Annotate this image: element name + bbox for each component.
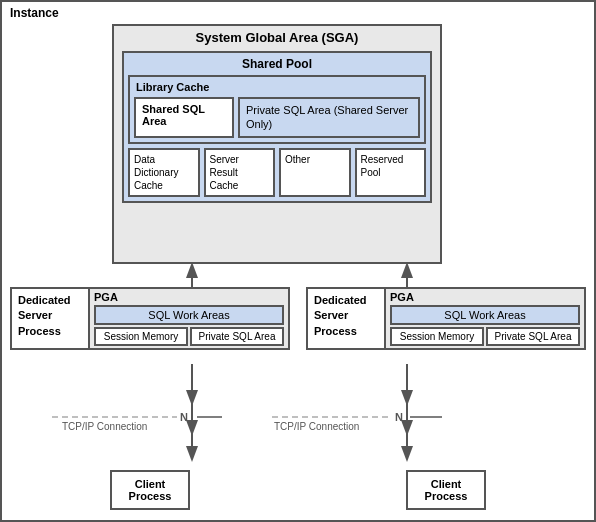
svg-text:N: N — [180, 411, 188, 423]
client-row: Client Process Client Process — [10, 470, 586, 510]
data-dictionary-cache-cell: Data Dictionary Cache — [128, 148, 200, 197]
reserved-pool-cell: Reserved Pool — [355, 148, 427, 197]
right-server-block: Dedicated Server Process PGA SQL Work Ar… — [306, 287, 586, 350]
sga-title: System Global Area (SGA) — [114, 26, 440, 47]
right-private-sql-area: Private SQL Area — [486, 327, 580, 346]
svg-text:TCP/IP Connection: TCP/IP Connection — [62, 421, 147, 432]
other-cell: Other — [279, 148, 351, 197]
shared-sql-area: Shared SQL Area — [134, 97, 234, 138]
left-pga-bottom: Session Memory Private SQL Area — [94, 327, 284, 346]
library-cache-box: Library Cache Shared SQL Area Private SQ… — [128, 75, 426, 144]
right-sql-work-areas: SQL Work Areas — [390, 305, 580, 325]
svg-text:N: N — [395, 411, 403, 423]
main-container: Instance System Global Area (SGA) Shared… — [0, 0, 596, 522]
left-client-block: Client Process — [10, 470, 290, 510]
instance-label: Instance — [10, 6, 59, 20]
server-row: Dedicated Server Process PGA SQL Work Ar… — [10, 287, 586, 350]
library-cache-inner: Shared SQL Area Private SQL Area (Shared… — [134, 97, 420, 138]
shared-pool-box: Shared Pool Library Cache Shared SQL Are… — [122, 51, 432, 203]
svg-text:TCP/IP Connection: TCP/IP Connection — [274, 421, 359, 432]
shared-pool-title: Shared Pool — [128, 57, 426, 71]
left-server-block: Dedicated Server Process PGA SQL Work Ar… — [10, 287, 290, 350]
left-session-memory: Session Memory — [94, 327, 188, 346]
right-session-memory: Session Memory — [390, 327, 484, 346]
right-client-block: Client Process — [306, 470, 586, 510]
left-client-box: Client Process — [110, 470, 190, 510]
right-pga-box: PGA SQL Work Areas Session Memory Privat… — [386, 287, 586, 350]
sga-box: System Global Area (SGA) Shared Pool Lib… — [112, 24, 442, 264]
shared-pool-bottom: Data Dictionary Cache Server Result Cach… — [128, 148, 426, 197]
left-pga-label: PGA — [94, 291, 284, 303]
server-result-cache-cell: Server Result Cache — [204, 148, 276, 197]
left-private-sql-area: Private SQL Area — [190, 327, 284, 346]
right-dedicated-server-box: Dedicated Server Process — [306, 287, 386, 350]
left-sql-work-areas: SQL Work Areas — [94, 305, 284, 325]
right-client-box: Client Process — [406, 470, 486, 510]
library-cache-title: Library Cache — [134, 81, 420, 93]
left-pga-box: PGA SQL Work Areas Session Memory Privat… — [90, 287, 290, 350]
right-pga-bottom: Session Memory Private SQL Area — [390, 327, 580, 346]
private-sql-area-shared: Private SQL Area (Shared Server Only) — [238, 97, 420, 138]
left-dedicated-server-box: Dedicated Server Process — [10, 287, 90, 350]
right-pga-label: PGA — [390, 291, 580, 303]
